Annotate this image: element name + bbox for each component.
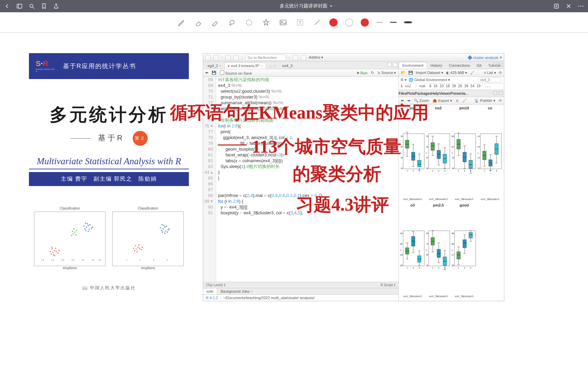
clear-env-icon[interactable]: 🧹 bbox=[470, 71, 475, 75]
addins-menu[interactable]: Addins ▾ bbox=[309, 55, 324, 60]
scope-r-menu[interactable]: R ▾ bbox=[401, 78, 407, 82]
clear-plots-icon[interactable]: 🧹 bbox=[462, 98, 467, 103]
pen-tool[interactable] bbox=[176, 18, 186, 27]
working-dir[interactable]: ~/Documents/teaching/2022 multi_stat/clu… bbox=[223, 296, 315, 300]
bookmark-icon[interactable] bbox=[41, 3, 47, 9]
source-button[interactable]: ↳ Source ▾ bbox=[377, 71, 396, 75]
new-file-button[interactable] bbox=[205, 55, 211, 60]
tab-environment[interactable]: Environment bbox=[399, 62, 427, 68]
save-workspace-icon[interactable]: 💾 bbox=[408, 71, 413, 75]
search-icon[interactable] bbox=[29, 3, 35, 9]
tab-ex4-3-kmeans[interactable]: ●ex4.3 kmeans.R*× bbox=[224, 62, 266, 69]
tools-button[interactable] bbox=[293, 55, 298, 60]
tab-presentation[interactable]: Presenta... bbox=[451, 91, 469, 95]
svg-point-39 bbox=[73, 228, 75, 229]
tab-viewer[interactable]: Viewer bbox=[439, 91, 450, 95]
publisher: 📖 中国人民大学出版社 bbox=[29, 285, 189, 291]
run-button[interactable]: Run bbox=[357, 71, 367, 75]
tab-eg4-2[interactable]: eg4_2× bbox=[205, 62, 224, 69]
sidebar-toggle-icon[interactable] bbox=[16, 3, 22, 9]
stroke-thin[interactable] bbox=[376, 22, 382, 23]
tab-git[interactable]: Git bbox=[473, 62, 485, 68]
svg-text:y: y bbox=[426, 153, 427, 154]
save-button[interactable] bbox=[225, 55, 231, 60]
filetype-indicator[interactable]: R Script ‡ bbox=[381, 283, 396, 287]
env-search-input[interactable] bbox=[478, 77, 502, 82]
tab-unnamed[interactable]: …× bbox=[266, 62, 279, 69]
more-icon[interactable] bbox=[578, 3, 584, 9]
minimize-pane-icon[interactable] bbox=[493, 63, 497, 67]
save-file-icon[interactable]: 💾 bbox=[212, 71, 216, 75]
book-title-zh: 多元统计分析 bbox=[29, 103, 189, 127]
back-icon[interactable] bbox=[4, 3, 10, 9]
stroke-thick[interactable] bbox=[404, 21, 412, 23]
svg-point-75 bbox=[163, 225, 164, 226]
maximize-pane-icon[interactable] bbox=[499, 91, 503, 95]
shape-tool[interactable] bbox=[261, 18, 271, 27]
tab-plots[interactable]: Plots bbox=[407, 91, 415, 95]
sample-plot-title: Classification bbox=[112, 206, 184, 210]
project-menu[interactable]: cluster analysis ▾ bbox=[468, 55, 502, 60]
open-file-button[interactable] bbox=[213, 55, 219, 60]
book-sample-plots: Classification 1.52.02.53.03.54.04.5 eru… bbox=[29, 206, 189, 271]
svg-text:4: 4 bbox=[153, 259, 154, 261]
new-note-icon[interactable] bbox=[553, 3, 559, 9]
memory-indicator[interactable]: ◐ 425 MiB ▾ bbox=[446, 71, 467, 75]
color-empty[interactable] bbox=[345, 18, 353, 27]
rerun-button[interactable]: ↻ bbox=[371, 71, 374, 75]
source-statusbar: (Top Level) ‡ R Script ‡ bbox=[203, 282, 398, 288]
magic-tool[interactable] bbox=[312, 18, 322, 27]
image-tool[interactable] bbox=[278, 18, 288, 27]
lasso-select-tool[interactable] bbox=[244, 18, 254, 27]
app-titlebar: 多元统计习题讲评封面 bbox=[0, 0, 588, 12]
lasso-fill-tool[interactable] bbox=[227, 18, 237, 27]
highlighter-tool[interactable] bbox=[210, 18, 220, 27]
list-view-menu[interactable]: ≡ List ▾ bbox=[484, 71, 496, 75]
export-menu[interactable]: 📤 Export ▾ bbox=[432, 98, 452, 103]
source-on-save-check[interactable]: Source on Save bbox=[220, 70, 252, 75]
minimize-pane-icon[interactable] bbox=[493, 91, 497, 95]
svg-text:y: y bbox=[477, 153, 479, 154]
share-icon[interactable] bbox=[53, 3, 59, 9]
svg-point-71 bbox=[161, 230, 162, 231]
publish-menu[interactable]: 📡 Publish ▾ bbox=[474, 98, 495, 103]
book-cover: S·R Statistics Series with R 基于R应用的统计学丛书… bbox=[29, 53, 189, 291]
refresh-plot-icon[interactable]: ⟳ bbox=[499, 98, 502, 103]
back-nav-icon[interactable]: ⬅ bbox=[205, 71, 208, 75]
color-red-1[interactable] bbox=[329, 18, 338, 27]
tab-files[interactable]: Files bbox=[399, 91, 407, 95]
boxplot-good: goody150217283350 1 2 3ex4_3$cluster3 bbox=[452, 203, 477, 300]
maximize-pane-icon[interactable] bbox=[393, 63, 397, 67]
close-icon[interactable] bbox=[566, 3, 572, 9]
background-jobs-tab[interactable]: Background Jobs × bbox=[217, 289, 256, 294]
tab-connections[interactable]: Connections bbox=[446, 62, 473, 68]
maximize-pane-icon[interactable] bbox=[499, 63, 503, 67]
svg-point-48 bbox=[83, 226, 85, 227]
minimize-pane-icon[interactable] bbox=[388, 63, 392, 67]
stroke-medium[interactable] bbox=[390, 22, 397, 23]
remove-plot-icon[interactable]: ⊘ bbox=[456, 98, 459, 103]
svg-text:93: 93 bbox=[452, 157, 454, 159]
scope-env-menu[interactable]: 🌐 Global Environment ▾ bbox=[409, 78, 451, 82]
save-all-button[interactable] bbox=[233, 55, 239, 60]
env-data-preview[interactable]: $ so2 : num 8 16 33 18 30 26 30 54 19 ..… bbox=[399, 83, 504, 90]
color-red-2[interactable] bbox=[361, 18, 369, 27]
scope-indicator[interactable]: (Top Level) ‡ bbox=[206, 283, 226, 287]
document-title[interactable]: 多元统计习题讲评封面 bbox=[280, 3, 333, 9]
eraser-tool[interactable] bbox=[193, 18, 203, 27]
refresh-env-icon[interactable]: ⟳ bbox=[499, 71, 502, 75]
tab-packages[interactable]: Packages bbox=[415, 91, 431, 95]
tab-ex4-3-data[interactable]: ex4_3 bbox=[279, 62, 296, 69]
console-tab[interactable]: sole bbox=[203, 289, 217, 294]
svg-point-70 bbox=[164, 226, 165, 228]
env-tabs: Environment History Connections Git Tuto… bbox=[399, 62, 504, 69]
tab-help[interactable]: Help bbox=[431, 91, 439, 95]
tab-history[interactable]: History bbox=[427, 62, 445, 68]
grid-button[interactable] bbox=[301, 55, 306, 60]
text-tool[interactable]: T bbox=[295, 18, 305, 27]
goto-file-input[interactable]: Go to file/function bbox=[245, 55, 286, 61]
load-workspace-icon[interactable]: 📂 bbox=[401, 71, 406, 75]
svg-text:3.0: 3.0 bbox=[71, 259, 75, 261]
import-dataset-menu[interactable]: Import Dataset ▾ bbox=[416, 71, 443, 75]
svg-point-50 bbox=[87, 231, 89, 232]
